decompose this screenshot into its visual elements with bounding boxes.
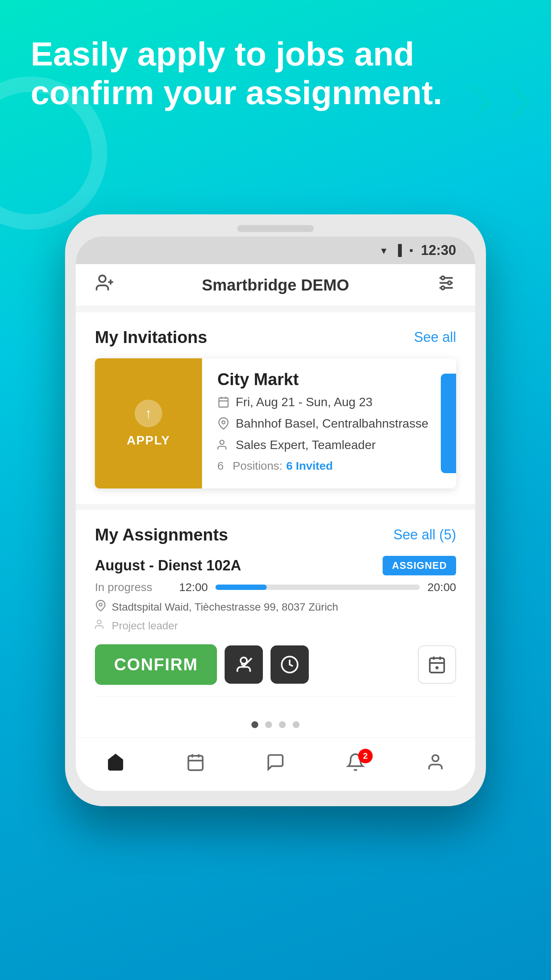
progress-bar [215,585,420,590]
status-time: 12:30 [421,242,456,258]
bottom-nav: 2 [76,737,475,791]
assignment-name-row: August - Dienst 102A ASSIGNED [95,556,456,575]
app-header: Smartbridge DEMO [76,264,475,306]
assignments-see-all[interactable]: See all (5) [393,527,456,543]
profile-icon [426,753,445,776]
positions-label: Positions: [233,459,282,472]
messages-icon [266,753,285,776]
card-peek [441,374,456,473]
nav-notifications[interactable]: 2 [346,753,365,776]
confirm-button[interactable]: CONFIRM [95,644,217,685]
svg-rect-9 [219,398,228,407]
svg-rect-25 [188,756,203,770]
phone-notch [237,225,314,232]
time-start: 12:00 [179,581,208,594]
apply-arrow-icon: ↑ [135,400,162,427]
battery-icon: ▪ [409,244,413,256]
wifi-icon: ▾ [381,244,386,257]
positions-value: 6 Invited [286,459,333,472]
assignment-location-row: Stadtspital Waid, Tièchestrasse 99, 8037… [95,600,456,614]
job-title: City Markt [217,370,441,389]
assignment-location-icon [95,600,106,614]
svg-point-13 [222,421,225,424]
svg-point-7 [448,281,451,284]
apply-panel[interactable]: ↑ APPLY [95,358,202,488]
assignments-header: My Assignments See all (5) [95,525,456,544]
svg-point-6 [441,276,445,279]
assignment-item: August - Dienst 102A ASSIGNED In progres… [95,556,456,697]
phone-mockup: ▾ ▐ ▪ 12:30 Smartbridge DEMO [65,214,486,806]
schedule-icon [186,753,205,776]
assignment-role-text: Project leader [112,620,178,632]
dot-1[interactable] [251,721,258,728]
svg-point-15 [99,603,102,606]
assignment-role-row: Project leader [95,619,456,633]
phone-outer: ▾ ▐ ▪ 12:30 Smartbridge DEMO [65,214,486,806]
dot-4[interactable] [293,721,300,728]
positions-number: 6 [217,459,229,472]
svg-point-29 [432,755,439,761]
invitation-card: ↑ APPLY City Markt [95,358,456,488]
time-button[interactable] [271,645,309,684]
svg-point-16 [97,620,101,624]
roles-icon [217,439,230,454]
assignments-section: My Assignments See all (5) August - Dien… [76,510,475,712]
progress-row: In progress 12:00 20:00 [95,581,456,594]
svg-rect-19 [430,658,444,673]
assigned-badge: ASSIGNED [383,556,456,575]
nav-home[interactable] [106,753,125,776]
home-icon [106,753,125,776]
nav-schedule[interactable] [186,753,205,776]
job-date: Fri, Aug 21 - Sun, Aug 23 [236,395,373,409]
invitations-header: My Invitations See all [95,328,456,347]
positions-row: 6 Positions: 6 Invited [217,459,441,472]
job-roles: Sales Expert, Teamleader [236,438,376,452]
apply-label: APPLY [127,433,170,448]
calendar-icon [217,396,230,411]
nav-profile[interactable] [426,753,445,776]
calendar-add-button[interactable] [418,645,456,684]
invitations-see-all[interactable]: See all [414,329,456,345]
settings-icon[interactable] [436,273,456,297]
assignments-title: My Assignments [95,525,228,544]
progress-fill [215,585,266,590]
signal-icon: ▐ [394,244,402,256]
svg-point-14 [220,440,224,444]
check-in-button[interactable] [225,645,263,684]
invitation-details: City Markt Fri, Aug 21 - Sun, Aug [202,358,456,488]
phone-screen: ▾ ▐ ▪ 12:30 Smartbridge DEMO [76,237,475,791]
roles-row: Sales Expert, Teamleader [217,438,441,454]
user-add-icon[interactable] [95,273,115,297]
notifications-badge: 2 [358,749,373,763]
invitations-section: My Invitations See all ↑ APPLY City Mark… [76,312,475,504]
action-row: CONFIRM [95,644,456,685]
location-icon [217,417,230,433]
svg-point-0 [99,275,106,282]
pagination-dots [76,712,475,737]
location-row: Bahnhof Basel, Centralbahnstrasse [217,416,441,433]
progress-status: In progress [95,581,171,594]
role-icon [95,619,106,633]
invitations-title: My Invitations [95,328,207,347]
nav-messages[interactable] [266,753,285,776]
dot-3[interactable] [279,721,286,728]
date-row: Fri, Aug 21 - Sun, Aug 23 [217,395,441,411]
dot-2[interactable] [265,721,272,728]
hero-text: Easily apply to jobs and confirm your as… [31,34,520,112]
svg-point-8 [441,286,445,289]
status-bar: ▾ ▐ ▪ 12:30 [76,237,475,264]
assignment-name: August - Dienst 102A [95,557,241,574]
app-title: Smartbridge DEMO [202,276,349,294]
assignment-location-text: Stadtspital Waid, Tièchestrasse 99, 8037… [112,601,338,613]
job-location: Bahnhof Basel, Centralbahnstrasse [236,416,428,431]
time-end: 20:00 [427,581,456,594]
